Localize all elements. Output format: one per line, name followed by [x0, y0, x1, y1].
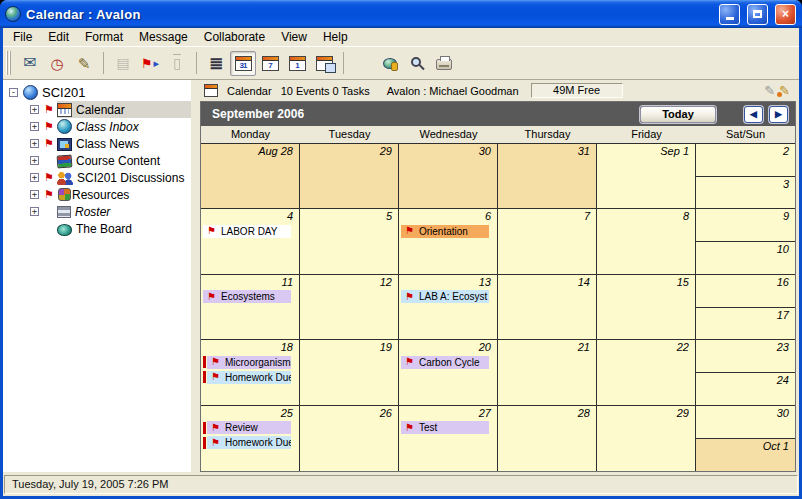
- toolbar-grip[interactable]: [6, 51, 12, 75]
- day-cell[interactable]: 6⚑Orientation: [399, 209, 498, 274]
- menu-item-format[interactable]: Format: [77, 29, 131, 45]
- calendar-event[interactable]: ⚑Carbon Cycle: [401, 355, 497, 369]
- day-cell[interactable]: 27⚑Test: [399, 406, 498, 471]
- info-counts: 10 Events 0 Tasks: [281, 85, 370, 97]
- day-cell[interactable]: 26: [300, 406, 399, 471]
- sun-half-cell[interactable]: 24: [696, 373, 795, 405]
- day-cell[interactable]: Aug 28: [201, 144, 300, 209]
- day-cell[interactable]: 28: [498, 406, 597, 471]
- sidebar-item-course-content[interactable]: +Course Content: [3, 152, 191, 169]
- flag-next-button[interactable]: [137, 51, 163, 76]
- new-task-button[interactable]: [44, 51, 70, 76]
- list-view-button[interactable]: [203, 51, 229, 76]
- sidebar-item-resources[interactable]: +⚑Resources: [3, 186, 191, 203]
- multi-view-icon: [316, 56, 333, 71]
- expand-icon[interactable]: +: [30, 105, 39, 114]
- flag-icon: ⚑: [211, 438, 220, 448]
- day-cell[interactable]: 13⚑LAB A: Ecosyst: [399, 275, 498, 340]
- calendar-event[interactable]: ⚑LABOR DAY: [203, 224, 299, 238]
- sidebar-item-class-inbox[interactable]: +⚑Class Inbox: [3, 118, 191, 135]
- menu-item-collaborate[interactable]: Collaborate: [196, 29, 273, 45]
- calendar-event[interactable]: ⚑Homework Due: [203, 370, 299, 384]
- today-button[interactable]: Today: [640, 106, 716, 123]
- day-cell[interactable]: 12: [300, 275, 399, 340]
- next-month-button[interactable]: ▶: [769, 106, 788, 123]
- month-view-button[interactable]: 31: [230, 51, 256, 76]
- resend-icon: [116, 56, 129, 70]
- panel-splitter[interactable]: [191, 80, 200, 472]
- minimize-button[interactable]: [719, 4, 740, 25]
- calendar-event[interactable]: ⚑Ecosystems: [203, 290, 299, 304]
- expand-icon[interactable]: +: [30, 173, 39, 182]
- sidebar-item-calendar[interactable]: +⚑Calendar: [3, 101, 191, 118]
- pencil-icon[interactable]: [764, 83, 775, 98]
- expand-icon[interactable]: +: [30, 190, 39, 199]
- day-cell[interactable]: Sep 1: [597, 144, 696, 209]
- menu-item-edit[interactable]: Edit: [40, 29, 77, 45]
- parent-folder-button[interactable]: [350, 51, 376, 76]
- expand-icon[interactable]: +: [30, 156, 39, 165]
- day-cell[interactable]: 14: [498, 275, 597, 340]
- permissions-button[interactable]: [377, 51, 403, 76]
- sidebar-item-roster[interactable]: +Roster: [3, 203, 191, 220]
- maximize-button[interactable]: [747, 4, 768, 25]
- day-cell[interactable]: 7: [498, 209, 597, 274]
- day-cell[interactable]: 18⚑Microorganisms⚑Homework Due: [201, 340, 300, 405]
- day-cell[interactable]: 19: [300, 340, 399, 405]
- title-bar[interactable]: Calendar : Avalon ×: [0, 0, 802, 28]
- sun-half-cell[interactable]: Oct 1: [696, 439, 795, 471]
- calendar-event[interactable]: ⚑Homework Due: [203, 436, 299, 450]
- sidebar-root-sci201[interactable]: -SCI201: [3, 84, 191, 101]
- day-cell[interactable]: 5: [300, 209, 399, 274]
- calendar-event[interactable]: ⚑Review: [203, 421, 299, 435]
- day-cell[interactable]: 8: [597, 209, 696, 274]
- pencil-orange-icon[interactable]: [779, 83, 790, 98]
- print-button[interactable]: [431, 51, 457, 76]
- close-button[interactable]: ×: [775, 4, 796, 25]
- sat-half-cell[interactable]: 30: [696, 406, 795, 439]
- sidebar-item-class-news[interactable]: +⚑Class News: [3, 135, 191, 152]
- sun-half-cell[interactable]: 17: [696, 308, 795, 340]
- sidebar-item-sci201-discussions[interactable]: +⚑SCI201 Discussions: [3, 169, 191, 186]
- new-memo-button[interactable]: [71, 51, 97, 76]
- menu-item-view[interactable]: View: [273, 29, 315, 45]
- day-cell[interactable]: 25⚑Review⚑Homework Due: [201, 406, 300, 471]
- menu-item-message[interactable]: Message: [131, 29, 196, 45]
- menu-bar: FileEditFormatMessageCollaborateViewHelp: [3, 28, 799, 47]
- day-cell[interactable]: 20⚑Carbon Cycle: [399, 340, 498, 405]
- calendar-event[interactable]: ⚑Orientation: [401, 224, 497, 238]
- sat-half-cell[interactable]: 16: [696, 275, 795, 308]
- day-cell[interactable]: 11⚑Ecosystems: [201, 275, 300, 340]
- calendar-event[interactable]: ⚑Microorganisms: [203, 355, 299, 369]
- sidebar-item-the-board[interactable]: The Board: [3, 220, 191, 237]
- day-view-button[interactable]: 1: [284, 51, 310, 76]
- new-message-button[interactable]: [17, 51, 43, 76]
- week-view-button[interactable]: 7: [257, 51, 283, 76]
- day-cell[interactable]: 29: [300, 144, 399, 209]
- day-cell[interactable]: 21: [498, 340, 597, 405]
- day-cell[interactable]: 15: [597, 275, 696, 340]
- prev-month-button[interactable]: ◀: [744, 106, 763, 123]
- calendar-event[interactable]: ⚑Test: [401, 421, 497, 435]
- search-button[interactable]: [404, 51, 430, 76]
- day-cell[interactable]: 4⚑LABOR DAY: [201, 209, 300, 274]
- day-cell[interactable]: 29: [597, 406, 696, 471]
- sun-half-cell[interactable]: 3: [696, 177, 795, 209]
- sat-half-cell[interactable]: 23: [696, 340, 795, 373]
- day-cell[interactable]: 31: [498, 144, 597, 209]
- day-cell[interactable]: 22: [597, 340, 696, 405]
- expand-icon[interactable]: +: [30, 122, 39, 131]
- sat-half-cell[interactable]: 9: [696, 209, 795, 242]
- flag-icon: ⚑: [405, 357, 414, 367]
- sat-half-cell[interactable]: 2: [696, 144, 795, 177]
- calendar-event[interactable]: ⚑LAB A: Ecosyst: [401, 290, 497, 304]
- menu-item-help[interactable]: Help: [315, 29, 356, 45]
- sun-half-cell[interactable]: 10: [696, 242, 795, 274]
- collapse-expander-icon[interactable]: -: [9, 88, 18, 97]
- event-label: LABOR DAY: [221, 226, 278, 237]
- menu-item-file[interactable]: File: [5, 29, 40, 45]
- expand-icon[interactable]: +: [30, 139, 39, 148]
- expand-icon[interactable]: +: [30, 207, 39, 216]
- multi-view-button[interactable]: [311, 51, 337, 76]
- day-cell[interactable]: 30: [399, 144, 498, 209]
